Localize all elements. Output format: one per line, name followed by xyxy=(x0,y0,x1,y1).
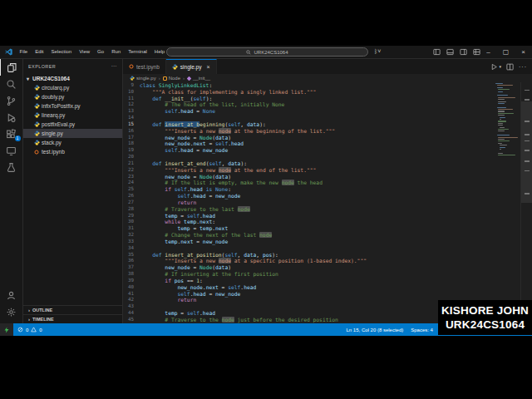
menu-terminal[interactable]: Terminal xyxy=(125,46,151,58)
code-line-20[interactable]: 20 xyxy=(123,154,532,160)
explorer-more-icon[interactable]: ⋯ xyxy=(111,63,117,70)
code-line-32[interactable]: 32 # Change the next of the last node xyxy=(123,232,532,239)
code-line-27[interactable]: 27 return xyxy=(123,200,532,206)
file-item-circularq-py[interactable]: circularq.py xyxy=(23,83,122,92)
menu-run[interactable]: Run xyxy=(108,46,125,58)
code-line-26[interactable]: 26 self.head = new_node xyxy=(123,193,532,200)
toggle-panel-icon[interactable] xyxy=(446,48,454,56)
minimap-line xyxy=(498,143,502,144)
menu-selection[interactable]: Selection xyxy=(47,46,76,58)
account-button[interactable] xyxy=(0,287,23,303)
breadcrumb-file[interactable]: single.py xyxy=(130,76,156,81)
minimap[interactable] xyxy=(495,83,520,156)
chevron-down-icon[interactable]: ▾ xyxy=(499,64,501,69)
code-line-10[interactable]: 10 """A class for implementing a singly … xyxy=(123,89,532,96)
tab-close-icon[interactable]: × xyxy=(206,64,209,70)
activity-source-control[interactable] xyxy=(0,92,23,109)
menu-edit[interactable]: Edit xyxy=(32,46,47,58)
ruler-mark xyxy=(525,99,530,101)
file-item-postfixEval-py[interactable]: postfixEval.py xyxy=(23,120,122,129)
code-line-29[interactable]: 29 temp = self.head xyxy=(123,213,532,219)
copilot-icon[interactable]: ᛒ˅ xyxy=(374,48,381,54)
breadcrumb-class[interactable]: Node xyxy=(163,76,180,81)
minimap-line xyxy=(498,97,515,98)
more-actions-icon[interactable]: ··· xyxy=(519,64,527,70)
code-line-40[interactable]: 40 new_node.next = self.head xyxy=(123,284,532,291)
menu-go[interactable]: Go xyxy=(94,46,108,58)
file-item-doubly-py[interactable]: doubly.py xyxy=(23,92,122,101)
run-python-file-button[interactable]: ▾ xyxy=(490,63,501,71)
toggle-sidebar-icon[interactable] xyxy=(433,48,441,56)
maximize-button[interactable]: ▢ xyxy=(497,46,515,59)
tab-test-ipynb[interactable]: test.ipynb xyxy=(123,59,166,74)
line-content: new_node.next = self.head xyxy=(140,140,244,147)
code-line-33[interactable]: 33 temp.next = new_node xyxy=(123,239,532,245)
close-button[interactable]: × xyxy=(515,46,532,59)
toggle-secondary-sidebar-icon[interactable] xyxy=(460,48,467,56)
code-line-21[interactable]: 21 def insert_at_end(self, data): xyxy=(123,160,532,167)
code-line-16[interactable]: 16 """Inserts a new node at the beginnin… xyxy=(123,128,532,135)
indentation[interactable]: Spaces: 4 xyxy=(411,328,433,332)
file-item-test-ipynb[interactable]: test.ipynb xyxy=(23,147,122,156)
code-line-19[interactable]: 19 self.head = new_node xyxy=(123,147,532,154)
code-line-41[interactable]: 41 self.head = new_node xyxy=(123,291,532,298)
code-line-31[interactable]: 31 temp = temp.next xyxy=(123,225,532,232)
code-line-25[interactable]: 25 if self.head is None: xyxy=(123,186,532,193)
file-item-infixToPostfix-py[interactable]: infixToPostfix.py xyxy=(23,101,122,111)
problems-indicator[interactable]: 0 0 xyxy=(17,327,42,332)
line-number: 16 xyxy=(123,128,140,135)
overview-ruler[interactable] xyxy=(520,82,532,323)
tab-label: single.py xyxy=(180,64,202,70)
scrollbar-slider[interactable] xyxy=(521,101,532,203)
activity-testing[interactable] xyxy=(0,159,23,175)
account-icon xyxy=(6,290,17,301)
code-line-17[interactable]: 17 new_node = Node(data) xyxy=(123,135,532,141)
timeline-section[interactable]: › TIMELINE xyxy=(23,314,122,323)
code-line-38[interactable]: 38 # If inserting at the first position xyxy=(123,271,532,278)
line-number: 12 xyxy=(123,101,140,108)
code-editor[interactable]: 9class SinglyLinkedList:10 """A class fo… xyxy=(123,82,532,323)
minimize-button[interactable]: – xyxy=(480,46,497,59)
code-line-11[interactable]: 11 def __init__(self): xyxy=(123,96,532,102)
code-line-9[interactable]: 9class SinglyLinkedList: xyxy=(123,82,532,89)
code-line-24[interactable]: 24 # If the list is empty, make the new … xyxy=(123,180,532,186)
tab-single-py[interactable]: single.py × xyxy=(166,59,217,74)
code-line-12[interactable]: 12 # The head of the list, initially Non… xyxy=(123,101,532,108)
layout-controls xyxy=(433,48,480,56)
code-line-22[interactable]: 22 """Inserts a new node at the end of t… xyxy=(123,167,532,174)
activity-bar: 1 xyxy=(0,59,23,323)
file-item-stack-py[interactable]: stack.py xyxy=(23,138,122,147)
code-line-37[interactable]: 37 new_node = Node(data) xyxy=(123,264,532,271)
folder-root[interactable]: ▾URK24CS1064 xyxy=(23,74,122,83)
code-line-28[interactable]: 28 # Traverse to the last node xyxy=(123,206,532,213)
file-item-linearq-py[interactable]: linearq.py xyxy=(23,111,122,120)
command-center-search[interactable]: URK24CS1064 xyxy=(166,47,368,57)
code-line-23[interactable]: 23 new_node = Node(data) xyxy=(123,174,532,180)
file-item-single-py[interactable]: single.py xyxy=(23,129,122,138)
menu-file[interactable]: File xyxy=(16,46,32,58)
code-line-14[interactable]: 14 xyxy=(123,115,532,121)
code-line-34[interactable]: 34 xyxy=(123,245,532,252)
split-editor-icon[interactable] xyxy=(506,63,514,71)
code-line-18[interactable]: 18 new_node.next = self.head xyxy=(123,140,532,147)
line-number: 9 xyxy=(123,82,140,89)
code-line-35[interactable]: 35 def insert_at_position(self, data, po… xyxy=(123,252,532,259)
code-line-15[interactable]: 15 def insert_at_beginning(self, data): xyxy=(123,121,532,128)
code-line-36[interactable]: 36 """Inserts a new node at a specific p… xyxy=(123,258,532,264)
remote-indicator[interactable] xyxy=(0,323,13,336)
activity-remote-explorer[interactable] xyxy=(0,142,23,159)
breadcrumb-method[interactable]: __init__ xyxy=(187,76,210,81)
activity-explorer[interactable] xyxy=(0,59,23,76)
code-line-39[interactable]: 39 if pos == 1: xyxy=(123,278,532,284)
activity-search[interactable] xyxy=(0,76,23,92)
line-content: # If the list is empty, make the new nod… xyxy=(140,180,323,186)
code-line-30[interactable]: 30 while temp.next: xyxy=(123,219,532,225)
cursor-position[interactable]: Ln 15, Col 20 (8 selected) xyxy=(347,328,404,332)
activity-run-debug[interactable] xyxy=(0,109,23,126)
outline-section[interactable]: › OUTLINE xyxy=(23,305,122,314)
extensions-badge: 1 xyxy=(15,135,21,141)
settings-button[interactable] xyxy=(0,303,23,320)
code-line-13[interactable]: 13 self.head = None xyxy=(123,108,532,115)
menu-view[interactable]: View xyxy=(76,46,94,58)
activity-extensions[interactable]: 1 xyxy=(0,126,23,142)
